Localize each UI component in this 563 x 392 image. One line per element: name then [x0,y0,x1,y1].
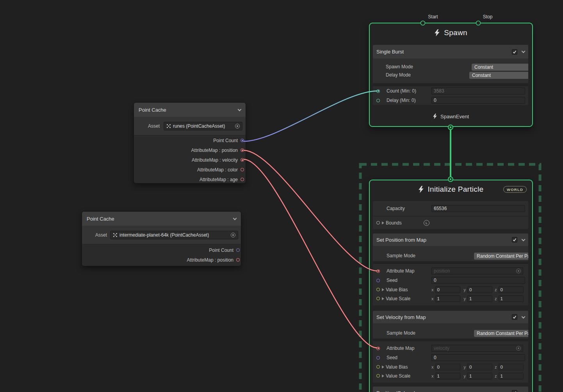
sample-mode-dropdown[interactable]: Random Constant Per Particle [474,253,528,260]
point-cache-planet-header[interactable]: Point Cache [82,212,241,226]
position-sphere-block[interactable]: Position (Sphere) [373,387,528,392]
attributemap-velocity-output-port[interactable] [241,158,244,162]
single-burst-header[interactable]: Single Burst [373,45,528,59]
value-scale-input-port[interactable] [376,297,380,300]
sample-mode-dropdown[interactable]: Random Constant Per Particle [474,330,528,337]
vector3-fields: x 0 y 0 z 0 [431,286,524,293]
object-picker-icon[interactable] [235,124,240,128]
space-badge-world[interactable]: WORLD [503,186,527,193]
block-enabled-checkbox[interactable] [512,390,517,392]
block-collapse-chevron-icon[interactable] [522,49,526,53]
bias-y-field[interactable]: 0 [467,286,492,293]
count-input-port[interactable] [376,89,380,93]
collapse-chevron-icon[interactable] [233,216,237,220]
point-count-output-port[interactable] [241,139,244,142]
point-cache-runes-header[interactable]: Point Cache [134,103,246,117]
point-count-output-port[interactable] [236,248,240,252]
spawn-context-node[interactable]: Spawn Single Burst Spawn Mode Constant [369,23,533,127]
bias-y-field[interactable]: 0 [467,363,492,370]
set-velocity-from-map-block[interactable]: Set Velocity from Map Sample Mode Random… [373,311,528,383]
attribute-map-input-port[interactable] [376,347,380,350]
block-collapse-chevron-icon[interactable] [522,315,526,319]
initialize-particle-context-node[interactable]: Initialize Particle WORLD Capacity 65536… [369,180,533,392]
vfx-graph-canvas[interactable]: Point Cache Asset runes (PointCacheAsset… [0,0,563,392]
asset-object-field[interactable]: intermediate-planet-64k (PointCacheAsset… [110,231,238,239]
checkmark-icon [512,50,517,54]
foldout-arrow-icon[interactable] [382,297,384,300]
setting-row: Spawn Mode Constant [373,62,528,71]
count-field[interactable]: 3583 [431,87,525,94]
object-picker-icon[interactable] [516,346,521,351]
output-row: AttributeMap : color [134,165,244,175]
bias-x-field[interactable]: 0 [435,363,460,370]
foldout-arrow-icon[interactable] [382,288,384,291]
edge-attributemap-position[interactable] [244,150,377,271]
attributemap-age-output-port[interactable] [241,178,244,181]
value-bias-input-port[interactable] [376,288,380,291]
axis-z-label: z [495,296,497,301]
initialize-node-title: Initialize Particle [428,185,484,194]
scale-y-field[interactable]: 1 [467,372,492,379]
foldout-arrow-icon[interactable] [382,365,384,369]
block-enabled-checkbox[interactable] [512,314,517,320]
scale-y-field[interactable]: 1 [467,295,492,302]
value-bias-label: Value Bias [386,287,408,292]
collapse-chevron-icon[interactable] [238,107,242,111]
spawn-title-bar[interactable]: Spawn [370,23,532,42]
seed-row: Seed 0 [373,353,528,362]
block-collapse-chevron-icon[interactable] [522,237,526,241]
set-position-from-map-block[interactable]: Set Position from Map Sample Mode Random… [373,233,528,305]
scale-x-field[interactable]: 1 [435,372,460,379]
value-scale-input-port[interactable] [376,374,380,378]
scale-z-field[interactable]: 1 [499,372,524,379]
attributemap-position-output-port[interactable] [236,258,240,262]
block-enabled-checkbox[interactable] [512,237,517,242]
block-header[interactable]: Position (Sphere) [373,387,528,392]
bounds-input-port[interactable] [376,221,380,225]
attribute-map-field[interactable]: velocity [431,345,523,352]
bounds-space-toggle[interactable]: L [424,220,429,226]
seed-field[interactable]: 0 [431,354,525,361]
spawn-node-title: Spawn [444,29,467,37]
single-burst-block[interactable]: Single Burst Spawn Mode Constant [373,45,528,105]
scale-z-field[interactable]: 1 [499,295,524,302]
attribute-map-input-port[interactable] [376,269,380,273]
block-header[interactable]: Set Velocity from Map [373,311,528,323]
delay-field[interactable]: 0 [431,97,525,104]
asset-object-field[interactable]: runes (PointCacheAsset) [164,122,242,130]
seed-input-port[interactable] [376,356,380,360]
block-section-divider [373,261,528,264]
block-properties: Attribute Map position Seed 0 Value Bias [373,264,528,305]
point-cache-node-runes[interactable]: Point Cache Asset runes (PointCacheAsset… [134,102,246,184]
foldout-arrow-icon[interactable] [382,374,384,378]
seed-field[interactable]: 0 [431,277,525,284]
bias-z-field[interactable]: 0 [499,286,524,293]
bounds-foldout-arrow-icon[interactable] [382,221,384,225]
output-row: Point Count [82,245,240,255]
scale-x-field[interactable]: 1 [435,295,460,302]
spawn-mode-dropdown[interactable]: Constant [472,64,528,71]
bias-z-field[interactable]: 0 [499,363,524,370]
block-header[interactable]: Set Position from Map [373,233,528,246]
attribute-map-field[interactable]: position [431,267,523,274]
attributemap-color-output-port[interactable] [241,168,244,171]
initialize-title-bar[interactable]: Initialize Particle WORLD [370,180,532,198]
block-collapse-chevron-icon[interactable] [522,390,526,392]
block-enabled-checkbox[interactable] [512,49,517,55]
bias-x-field[interactable]: 0 [435,286,460,293]
object-picker-icon[interactable] [231,233,235,237]
point-cache-node-planet[interactable]: Point Cache Asset intermediate-planet-64… [82,211,241,266]
seed-row: Seed 0 [373,276,528,285]
object-picker-icon[interactable] [516,269,521,273]
node-title: Point Cache [87,216,114,222]
block-title: Set Position from Map [376,237,426,243]
value-bias-input-port[interactable] [376,365,380,369]
seed-input-port[interactable] [376,279,380,282]
axis-z-label: z [495,374,497,378]
edge-attributemap-velocity[interactable] [244,159,377,348]
capacity-field[interactable]: 65536 [431,205,525,212]
attributemap-position-output-port[interactable] [241,148,244,152]
delay-mode-dropdown[interactable]: Constant [469,72,528,79]
edge-point-count-to-spawn-count[interactable] [244,91,377,141]
delay-input-port[interactable] [376,99,380,102]
